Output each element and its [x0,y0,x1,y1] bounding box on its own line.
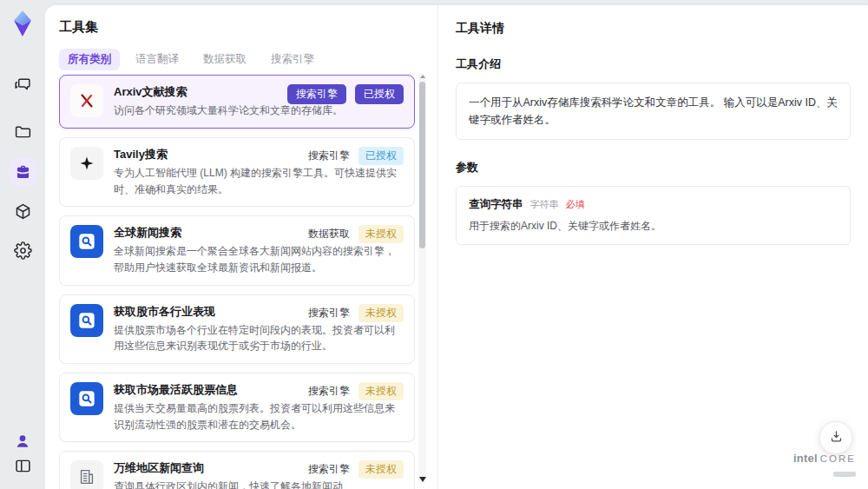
tool-description: 提供当天交易量最高的股票列表。投资者可以利用这些信息来识别流动性强的股票和潜在的… [114,400,400,433]
category-label: 搜索引擎 [308,462,350,477]
tool-list-scrollbar[interactable] [418,73,426,484]
param-description: 用于搜索的Arxiv ID、关键字或作者姓名。 [469,218,838,234]
category-tabs: 所有类别 语言翻译 数据获取 搜索引擎 [59,49,323,70]
tab-data-acquisition[interactable]: 数据获取 [194,49,255,70]
status-badge: 未授权 [358,225,404,243]
tab-language-translation[interactable]: 语言翻译 [127,49,187,70]
download-icon [829,429,844,447]
param-name: 查询字符串 [469,197,523,212]
brand-core-text: core [820,453,856,464]
tool-description: 全球新闻搜索是一个聚合全球各大新闻网站内容的搜索引擎，帮助用户快速获取全球最新资… [114,243,400,275]
download-button[interactable] [819,421,852,454]
nav-toolbox[interactable] [9,158,36,186]
page-title: 工具集 [59,19,98,36]
category-label: 数据获取 [308,227,350,241]
gear-icon [14,241,32,260]
arxiv-icon [70,84,103,117]
tool-card-global-news[interactable]: 全球新闻搜索 全球新闻搜索是一个聚合全球各大新闻网站内容的搜索引擎，帮助用户快速… [59,215,415,285]
tab-all-categories[interactable]: 所有类别 [59,49,120,70]
scrollbar-thumb[interactable] [419,82,425,248]
nav-files[interactable] [9,117,36,145]
news-icon [70,460,103,489]
param-required-label: 必填 [566,198,585,211]
tool-intro-text: 一个用于从Arxiv存储库搜索科学论文和文章的工具。 输入可以是Arxiv ID… [456,83,851,140]
detail-pane: 工具详情 工具介绍 一个用于从Arxiv存储库搜索科学论文和文章的工具。 输入可… [438,5,868,489]
nav-packages[interactable] [9,197,36,225]
chat-icon [14,75,32,93]
main-surface: 工具集 所有类别 语言翻译 数据获取 搜索引擎 A [45,5,868,489]
tool-card-arxiv[interactable]: Arxiv文献搜索 访问各个研究领域大量科学论文和文章的存储库。 搜索引擎 已授… [59,75,415,129]
category-label: 搜索引擎 [308,306,350,320]
tool-list: Arxiv文献搜索 访问各个研究领域大量科学论文和文章的存储库。 搜索引擎 已授… [59,75,415,489]
status-badge: 未授权 [358,382,404,400]
category-label: 搜索引擎 [308,149,350,163]
tool-card-tavily[interactable]: Tavily搜索 专为人工智能代理 (LLM) 构建的搜索引擎工具。可快速提供实… [59,137,415,207]
category-label: 搜索引擎 [308,384,350,399]
tool-card-most-active-stocks[interactable]: 获取市场最活跃股票信息 提供当天交易量最高的股票列表。投资者可以利用这些信息来识… [59,373,415,442]
toolbox-icon [14,163,32,182]
tool-card-regional-news[interactable]: 万维地区新闻查询 查询具体行政区划内的新闻，快速了解各地新闻动 搜索引擎 未授权 [59,451,415,489]
search-tile-icon [70,304,103,337]
tool-card-sector-performance[interactable]: 获取股市各行业表现 提供股票市场各个行业在特定时间段内的表现。投资者可以利用这些… [59,294,415,364]
search-tile-icon [70,382,103,415]
status-badge: 未授权 [358,304,404,322]
tool-description: 提供股票市场各个行业在特定时间段内的表现。投资者可以利用这些信息来识别表现优于或… [114,322,400,354]
tool-description: 查询具体行政区划内的新闻，快速了解各地新闻动 [114,479,343,489]
params-heading: 参数 [456,160,851,175]
brand-sub-mark [833,472,856,477]
intro-heading: 工具介绍 [456,56,851,72]
tool-description: 访问各个研究领域大量科学论文和文章的存储库。 [114,102,343,119]
category-badge: 搜索引擎 [287,84,346,104]
status-badge: 未授权 [358,460,404,479]
panel-icon [14,457,32,475]
status-badge: 已授权 [358,147,404,165]
nav-settings[interactable] [9,236,36,264]
package-icon [14,202,32,221]
parameter-item: 查询字符串 字符串 必填 用于搜索的Arxiv ID、关键字或作者姓名。 [456,186,851,245]
scrollbar-down-arrow[interactable] [419,477,426,482]
nav-collapse-panel[interactable] [9,452,36,479]
intel-core-logo: intelcore [793,453,856,480]
search-tile-icon [70,225,103,258]
tab-search-engine[interactable]: 搜索引擎 [262,49,323,70]
brand-intel-text: intel [793,452,818,465]
nav-chat[interactable] [9,69,36,97]
tool-description: 专为人工智能代理 (LLM) 构建的搜索引擎工具。可快速提供实时、准确和真实的结… [114,165,400,197]
tools-pane: 工具集 所有类别 语言翻译 数据获取 搜索引擎 A [45,5,437,489]
nav-rail [0,0,45,489]
folder-icon [14,122,32,141]
status-badge: 已授权 [355,84,404,104]
tavily-star-icon [70,147,103,180]
param-type: 字符串 [530,198,559,211]
user-icon [14,433,31,450]
scrollbar-up-arrow[interactable] [420,75,425,78]
app-window: 工具集 所有类别 语言翻译 数据获取 搜索引擎 A [0,0,868,489]
detail-title: 工具详情 [456,21,851,36]
app-logo[interactable] [8,9,37,38]
